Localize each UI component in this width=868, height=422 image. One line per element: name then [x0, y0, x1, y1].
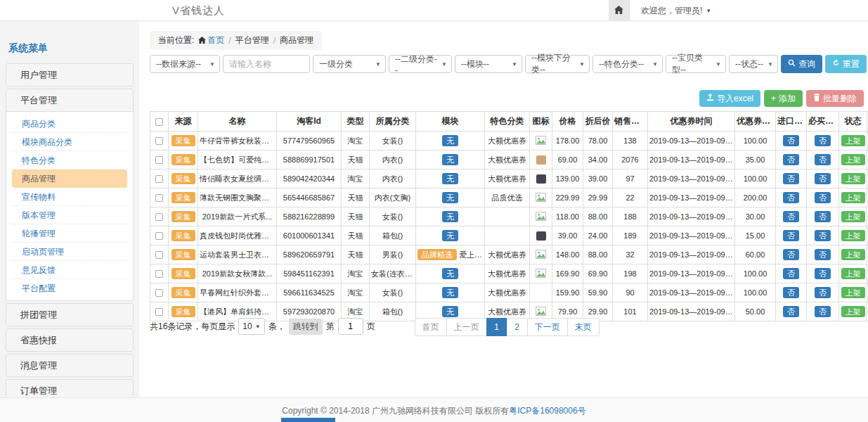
sidebar-item-版本管理[interactable]: 版本管理: [12, 206, 127, 224]
cell-must-buy: 否: [807, 283, 839, 302]
status-badge[interactable]: 上架: [841, 154, 865, 165]
cell-coupon-time: 2019-09-13—2019-09-18: [648, 151, 735, 170]
row-checkbox[interactable]: [155, 194, 163, 202]
app-title: V省钱达人: [172, 0, 225, 21]
cell-feature: 大额优惠券: [485, 245, 530, 264]
status-badge[interactable]: 上架: [841, 173, 865, 184]
must-buy-toggle-badge[interactable]: 否: [815, 211, 831, 222]
must-buy-toggle-badge[interactable]: 否: [815, 249, 831, 260]
sidebar-item-商品分类[interactable]: 商品分类: [12, 115, 127, 133]
cell-select: [150, 151, 169, 170]
status-badge[interactable]: 上架: [841, 211, 865, 222]
sidebar-section-消息管理[interactable]: 消息管理: [6, 354, 133, 376]
imported-toggle-badge[interactable]: 否: [783, 154, 799, 165]
breadcrumb: 当前位置: 首页 / 平台管理 / 商品管理: [150, 31, 322, 50]
sidebar-section-省惠快报[interactable]: 省惠快报: [6, 329, 133, 351]
import-excel-button[interactable]: 导入excel: [699, 90, 760, 107]
imported-toggle-badge[interactable]: 否: [783, 306, 799, 317]
page-button-末页[interactable]: 末页: [567, 318, 600, 336]
select-all-checkbox[interactable]: [155, 118, 163, 126]
imported-toggle-badge[interactable]: 否: [783, 230, 799, 241]
row-checkbox[interactable]: [155, 289, 163, 297]
category2-filter[interactable]: --二级分类--▼: [389, 55, 452, 73]
column-header-必买清单: 必买清单: [807, 112, 839, 132]
must-buy-toggle-badge[interactable]: 否: [815, 306, 831, 317]
sidebar-item-模块商品分类[interactable]: 模块商品分类: [12, 133, 127, 151]
imported-toggle-badge[interactable]: 否: [783, 173, 799, 184]
cell-price: 169.90: [552, 264, 583, 283]
status-badge[interactable]: 上架: [841, 306, 865, 317]
row-checkbox[interactable]: [155, 156, 163, 164]
breadcrumb-separator: /: [273, 36, 276, 46]
category1-filter[interactable]: 一级分类▼: [313, 55, 386, 73]
cell-source: 采集: [169, 245, 198, 264]
imported-toggle-badge[interactable]: 否: [783, 268, 799, 279]
data-source-filter[interactable]: --数据来源--▼: [150, 55, 220, 73]
imported-toggle-badge[interactable]: 否: [783, 287, 799, 298]
sidebar-item-轮播管理[interactable]: 轮播管理: [12, 224, 127, 243]
status-badge[interactable]: 上架: [841, 230, 865, 241]
row-checkbox[interactable]: [155, 270, 163, 278]
must-buy-toggle-badge[interactable]: 否: [815, 154, 831, 165]
imported-toggle-badge[interactable]: 否: [783, 192, 799, 203]
page-button-下一页[interactable]: 下一页: [527, 318, 568, 336]
cell-price: 159.90: [552, 283, 583, 302]
imported-toggle-badge[interactable]: 否: [783, 211, 799, 222]
sidebar-item-商品管理[interactable]: 商品管理: [12, 170, 127, 188]
must-buy-toggle-badge[interactable]: 否: [815, 268, 831, 279]
add-button[interactable]: + 添加: [764, 90, 803, 107]
status-badge[interactable]: 上架: [841, 287, 865, 298]
sidebar-section-拼团管理[interactable]: 拼团管理: [6, 304, 133, 326]
must-buy-toggle-badge[interactable]: 否: [815, 192, 831, 203]
row-checkbox[interactable]: [155, 232, 163, 240]
must-buy-toggle-badge[interactable]: 否: [815, 135, 831, 146]
row-checkbox[interactable]: [155, 251, 163, 259]
sidebar-section-用户管理[interactable]: 用户管理: [6, 64, 133, 86]
cell-select: [150, 170, 169, 188]
row-checkbox[interactable]: [155, 308, 163, 316]
sidebar-item-平台配置[interactable]: 平台配置: [12, 279, 127, 298]
cell-imported: 否: [776, 245, 807, 264]
source-badge: 采集: [171, 287, 195, 298]
page-button-2[interactable]: 2: [507, 318, 528, 336]
page-button-1[interactable]: 1: [486, 318, 507, 336]
product-image-icon: [536, 174, 546, 184]
name-search-input[interactable]: [223, 55, 310, 73]
sidebar-item-宣传物料[interactable]: 宣传物料: [12, 188, 127, 206]
status-badge[interactable]: 上架: [841, 268, 865, 279]
must-buy-toggle-badge[interactable]: 否: [815, 173, 831, 184]
user-menu[interactable]: 欢迎您，管理员! ▼: [641, 5, 711, 17]
status-badge[interactable]: 上架: [841, 249, 865, 260]
imported-toggle-badge[interactable]: 否: [783, 249, 799, 260]
cell-taoke-id: 588216228899: [277, 207, 342, 226]
search-button[interactable]: 查询: [781, 55, 822, 73]
module-filter[interactable]: --模块--▼: [455, 55, 522, 73]
icp-link[interactable]: 粤ICP备16098006号: [509, 406, 585, 416]
status-badge[interactable]: 上架: [841, 192, 865, 203]
sidebar-item-意见反馈[interactable]: 意见反馈: [12, 261, 127, 279]
item-type-filter[interactable]: --宝贝类型--▼: [666, 55, 726, 73]
must-buy-toggle-badge[interactable]: 否: [815, 287, 831, 298]
home-icon-button[interactable]: [609, 0, 630, 21]
must-buy-toggle-badge[interactable]: 否: [815, 230, 831, 241]
page-button-上一页: 上一页: [446, 318, 487, 336]
row-checkbox[interactable]: [155, 213, 163, 221]
module-sub-filter[interactable]: --模块下分类--▼: [525, 55, 590, 73]
row-checkbox[interactable]: [155, 175, 163, 183]
imported-toggle-badge[interactable]: 否: [783, 135, 799, 146]
breadcrumb-home-link[interactable]: 首页: [198, 34, 224, 46]
sidebar-section-平台管理[interactable]: 平台管理: [6, 89, 133, 111]
sidebar-panel: 省惠快报: [6, 328, 134, 352]
sidebar-item-启动页管理[interactable]: 启动页管理: [12, 243, 127, 261]
copyright-text: Copyright © 2014-2018 广州九驰网络科技有限公司 版权所有: [282, 406, 509, 416]
status-filter[interactable]: --状态--▼: [729, 55, 778, 73]
batch-delete-button[interactable]: 批量删除: [806, 90, 864, 107]
cell-module: 无: [416, 226, 485, 245]
reset-button[interactable]: 重置: [825, 55, 867, 73]
status-badge[interactable]: 上架: [841, 135, 865, 146]
cell-price: 178.00: [552, 132, 583, 151]
row-checkbox[interactable]: [155, 137, 163, 145]
sidebar-item-特色分类[interactable]: 特色分类: [12, 151, 127, 170]
feature-filter[interactable]: --特色分类--▼: [592, 55, 663, 73]
home-icon: [614, 4, 623, 17]
